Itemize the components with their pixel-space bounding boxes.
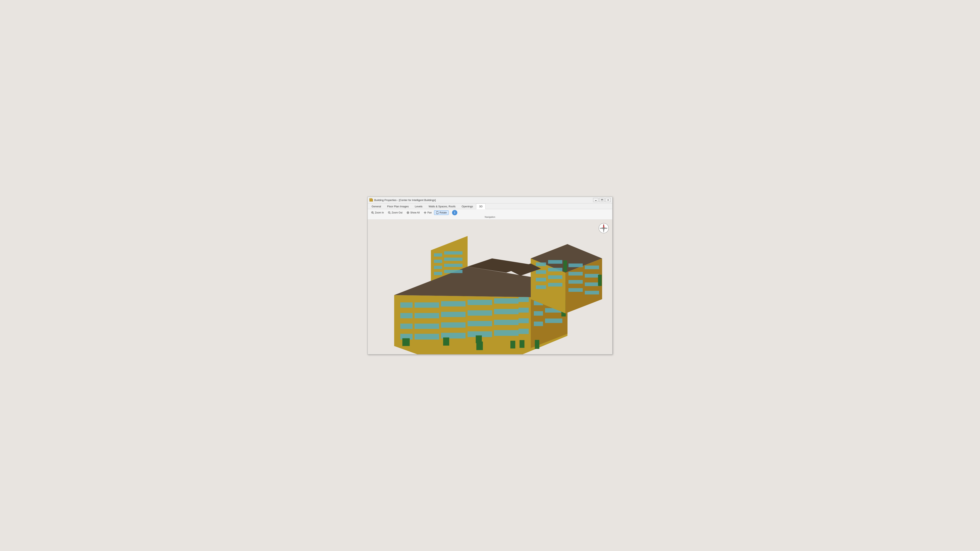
svg-rect-35 — [494, 319, 519, 325]
svg-rect-70 — [548, 260, 563, 264]
tab-general[interactable]: General — [369, 203, 384, 209]
svg-rect-72 — [548, 268, 563, 272]
svg-rect-48 — [519, 297, 529, 302]
svg-rect-52 — [534, 321, 543, 326]
svg-text:E: E — [606, 228, 607, 229]
svg-rect-32 — [415, 324, 439, 329]
maximize-button[interactable]: 🗖 — [599, 198, 605, 202]
svg-rect-87 — [434, 253, 442, 257]
title-bar-buttons: 🗕 🗖 ✕ — [593, 198, 611, 202]
window-title: Building Properties - [Center for Intell… — [374, 198, 436, 202]
svg-rect-97 — [520, 340, 525, 348]
svg-rect-86 — [598, 275, 602, 286]
svg-rect-88 — [444, 251, 463, 254]
svg-rect-44 — [415, 302, 439, 308]
close-button[interactable]: ✕ — [605, 198, 611, 202]
svg-point-108 — [603, 227, 605, 229]
svg-rect-79 — [568, 272, 583, 275]
svg-rect-54 — [534, 311, 543, 316]
svg-rect-37 — [400, 313, 413, 318]
svg-rect-38 — [415, 313, 439, 318]
svg-rect-91 — [434, 266, 442, 269]
show-all-icon — [407, 211, 409, 214]
svg-rect-75 — [536, 285, 546, 289]
svg-rect-98 — [535, 340, 539, 349]
svg-rect-85 — [563, 260, 567, 272]
svg-marker-15 — [425, 213, 425, 214]
toolbar-separator — [450, 211, 450, 215]
compass: N S E W — [598, 223, 609, 233]
tab-floor-plan-images[interactable]: Floor Plan Images — [384, 203, 412, 209]
nav-label: Navigation — [369, 215, 611, 219]
svg-rect-71 — [536, 270, 546, 274]
svg-rect-47 — [494, 298, 519, 303]
svg-rect-84 — [585, 291, 599, 294]
svg-rect-74 — [548, 275, 563, 279]
main-window: Building Properties - [Center for Intell… — [368, 197, 612, 354]
svg-text:N: N — [603, 224, 604, 226]
show-all-button[interactable]: Show All — [405, 210, 422, 215]
svg-rect-81 — [568, 280, 583, 284]
svg-rect-43 — [400, 302, 413, 308]
svg-rect-45 — [441, 301, 466, 306]
svg-rect-73 — [536, 278, 546, 281]
svg-rect-82 — [585, 283, 599, 286]
svg-point-10 — [407, 212, 409, 214]
tab-walls-spaces-roofs[interactable]: Walls & Spaces, Roofs — [425, 203, 458, 209]
info-button[interactable]: i — [452, 210, 457, 215]
svg-rect-95 — [476, 341, 483, 350]
svg-rect-41 — [494, 309, 519, 314]
svg-rect-30 — [519, 329, 529, 334]
toolbar: Zoom In Zoom Out Show All — [369, 210, 611, 215]
tab-levels[interactable]: Levels — [412, 203, 426, 209]
minimize-button[interactable]: 🗕 — [593, 198, 598, 202]
svg-rect-49 — [402, 338, 410, 346]
svg-rect-90 — [444, 257, 463, 261]
svg-marker-17 — [426, 212, 426, 213]
svg-rect-29 — [494, 330, 519, 336]
zoom-out-button[interactable]: Zoom Out — [386, 210, 404, 215]
rotate-button[interactable]: Rotate — [434, 210, 449, 215]
svg-rect-31 — [400, 324, 413, 329]
menu-tabs: General Floor Plan Images Levels Walls &… — [368, 203, 612, 209]
svg-rect-83 — [568, 288, 583, 292]
app-icon — [369, 198, 373, 202]
pan-icon — [424, 211, 426, 214]
svg-rect-94 — [444, 270, 463, 273]
svg-rect-46 — [468, 300, 492, 305]
svg-marker-16 — [424, 212, 425, 213]
svg-rect-96 — [511, 341, 515, 348]
svg-rect-89 — [434, 260, 442, 263]
svg-rect-77 — [568, 264, 583, 267]
svg-text:S: S — [603, 230, 604, 232]
title-bar-left: Building Properties - [Center for Intell… — [369, 198, 436, 202]
svg-rect-40 — [468, 310, 492, 316]
svg-rect-2 — [369, 198, 372, 199]
svg-rect-36 — [519, 318, 529, 323]
svg-rect-76 — [548, 283, 563, 286]
tab-3d[interactable]: 3D — [476, 203, 486, 209]
svg-rect-26 — [415, 333, 439, 339]
svg-rect-93 — [434, 272, 442, 275]
svg-rect-80 — [585, 274, 599, 278]
svg-rect-42 — [519, 308, 529, 313]
svg-rect-39 — [441, 311, 466, 317]
viewport-3d[interactable]: N S E W — [368, 219, 612, 354]
svg-rect-78 — [585, 265, 599, 269]
svg-rect-33 — [441, 322, 466, 327]
svg-line-8 — [390, 213, 391, 214]
title-bar: Building Properties - [Center for Intell… — [368, 197, 612, 203]
svg-line-4 — [373, 213, 374, 214]
rotate-icon — [436, 211, 439, 214]
zoom-in-icon — [371, 211, 374, 214]
zoom-out-icon — [388, 211, 391, 214]
svg-text:W: W — [600, 228, 601, 229]
svg-rect-53 — [545, 318, 563, 323]
tab-openings[interactable]: Openings — [458, 203, 476, 209]
svg-marker-14 — [425, 211, 425, 212]
pan-button[interactable]: Pan — [422, 210, 433, 215]
svg-rect-50 — [443, 337, 449, 346]
zoom-in-button[interactable]: Zoom In — [369, 210, 386, 215]
svg-point-11 — [407, 212, 408, 213]
svg-rect-69 — [536, 262, 546, 266]
